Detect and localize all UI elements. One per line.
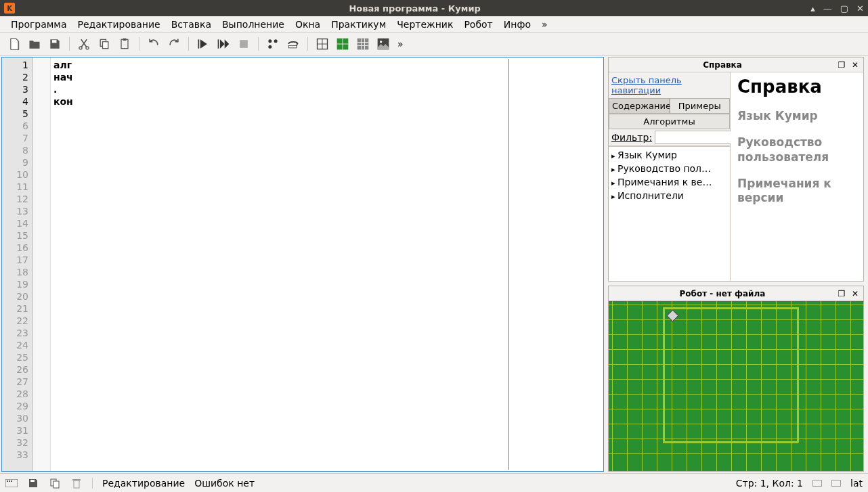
help-nav: Скрыть панель навигации СодержаниеПример… (609, 72, 731, 281)
menu-чертежник[interactable]: Чертежник (391, 18, 458, 31)
filter-label: Фильтр: (611, 132, 652, 143)
toolbar: » (0, 32, 868, 55)
breakpoint-button[interactable] (264, 35, 282, 53)
svg-rect-5 (121, 39, 128, 48)
arrow-up-icon[interactable]: ▴ (810, 3, 815, 14)
help-section-link[interactable]: Примечания к версии (737, 177, 856, 206)
tree-item[interactable]: Примечания к ве… (611, 175, 727, 189)
menu-выполнение[interactable]: Выполнение (217, 18, 290, 31)
kb-indicator-icon (812, 480, 822, 487)
svg-point-11 (274, 39, 278, 43)
restore-icon[interactable]: ❐ (836, 288, 847, 299)
window-titlebar: K Новая программа - Кумир ▴ — ▢ ✕ (0, 0, 868, 16)
svg-point-26 (380, 41, 382, 43)
robot-panel-title: Робот - нет файла (611, 289, 833, 298)
svg-rect-13 (288, 45, 297, 47)
trash-icon[interactable] (70, 477, 83, 489)
svg-point-2 (86, 46, 89, 49)
help-tab[interactable]: Содержание (609, 98, 670, 114)
step-over-button[interactable] (284, 35, 302, 53)
line-gutter: 1234567891011121314151617181920212223242… (2, 58, 33, 471)
svg-rect-7 (198, 39, 200, 48)
svg-rect-30 (11, 480, 12, 482)
help-section-link[interactable]: Руководство пользователя (737, 135, 856, 164)
redo-button[interactable] (165, 35, 183, 53)
keyboard-layout-label: lat (850, 478, 863, 489)
menu-»[interactable]: » (536, 18, 553, 31)
tree-item[interactable]: Исполнители (611, 189, 727, 202)
svg-rect-35 (72, 479, 81, 480)
robot-window-button[interactable] (334, 35, 351, 53)
svg-point-1 (79, 46, 82, 49)
svg-rect-8 (218, 39, 219, 48)
code-line[interactable]: нач (53, 71, 508, 83)
robot-canvas[interactable] (609, 301, 863, 471)
maximize-icon[interactable]: ▢ (840, 3, 848, 14)
close-icon[interactable]: ✕ (850, 288, 861, 299)
tree-item[interactable]: Руководство пол… (611, 162, 727, 175)
svg-point-12 (268, 45, 272, 48)
code-line[interactable]: алг (53, 59, 508, 71)
svg-rect-6 (123, 38, 127, 40)
kb-indicator-icon (831, 480, 841, 487)
svg-point-10 (268, 39, 272, 43)
app-icon: K (4, 3, 15, 14)
svg-rect-34 (74, 480, 79, 488)
run-button[interactable] (194, 35, 212, 53)
svg-rect-20 (357, 38, 369, 49)
restore-icon[interactable]: ❐ (836, 60, 847, 70)
window-title: Новая программа - Кумир (19, 3, 810, 14)
paste-button[interactable] (116, 35, 133, 53)
menu-практикум[interactable]: Практикум (326, 18, 391, 31)
svg-rect-9 (240, 40, 248, 48)
svg-rect-4 (103, 41, 108, 48)
help-tab[interactable]: Примеры (670, 98, 731, 114)
code-line[interactable] (53, 108, 508, 120)
svg-rect-27 (5, 479, 18, 487)
editor-mode-label: Редактирование (102, 478, 185, 489)
menu-робот[interactable]: Робот (458, 18, 498, 31)
editor-right-pane (509, 59, 601, 470)
save-indicator-icon[interactable] (27, 477, 39, 489)
errors-label: Ошибок нет (194, 478, 255, 489)
new-file-button[interactable] (5, 35, 23, 53)
close-icon[interactable]: ✕ (850, 60, 861, 70)
close-icon[interactable]: ✕ (856, 3, 864, 14)
hide-nav-link[interactable]: Скрыть панель навигации (609, 72, 730, 98)
menu-редактирование[interactable]: Редактирование (72, 18, 166, 31)
menu-инфо[interactable]: Инфо (498, 18, 536, 31)
toolbar-overflow[interactable]: » (395, 39, 406, 49)
help-tree: Язык КумирРуководство пол…Примечания к в… (609, 146, 730, 281)
menu-вставка[interactable]: Вставка (166, 18, 217, 31)
svg-rect-29 (9, 480, 10, 482)
undo-button[interactable] (145, 35, 162, 53)
copy-button[interactable] (95, 35, 113, 53)
picture-window-button[interactable] (374, 35, 392, 53)
keyboard-icon[interactable] (5, 477, 18, 489)
menu-окна[interactable]: Окна (290, 18, 326, 31)
code-line[interactable]: кон (53, 95, 508, 108)
help-panel: Справка ❐ ✕ Скрыть панель навигации Соде… (608, 57, 864, 282)
svg-rect-33 (53, 481, 59, 488)
statusbar: Редактирование Ошибок нет Стр: 1, Кол: 1… (0, 473, 868, 492)
svg-rect-28 (7, 480, 8, 482)
code-editor[interactable]: алгнач.кон (51, 58, 603, 471)
code-line[interactable]: . (53, 83, 508, 95)
save-file-button[interactable] (46, 35, 64, 53)
cut-button[interactable] (75, 35, 93, 53)
grid-window-button[interactable] (354, 35, 372, 53)
copy-indicator-icon[interactable] (49, 477, 61, 489)
help-section-link[interactable]: Язык Кумир (737, 109, 856, 123)
window1-button[interactable] (313, 35, 331, 53)
editor-margin (33, 58, 51, 471)
tree-item[interactable]: Язык Кумир (611, 148, 727, 162)
minimize-icon[interactable]: — (823, 3, 832, 14)
menu-программа[interactable]: Программа (5, 18, 72, 31)
step-button[interactable] (215, 35, 232, 53)
help-content: Справка Язык КумирРуководство пользовате… (731, 72, 863, 281)
stop-button[interactable] (235, 35, 253, 53)
open-file-button[interactable] (26, 35, 43, 53)
help-tab[interactable]: Алгоритмы (609, 114, 730, 129)
robot-panel: Робот - нет файла ❐ ✕ (608, 286, 864, 472)
menubar: ПрограммаРедактированиеВставкаВыполнение… (0, 16, 868, 32)
